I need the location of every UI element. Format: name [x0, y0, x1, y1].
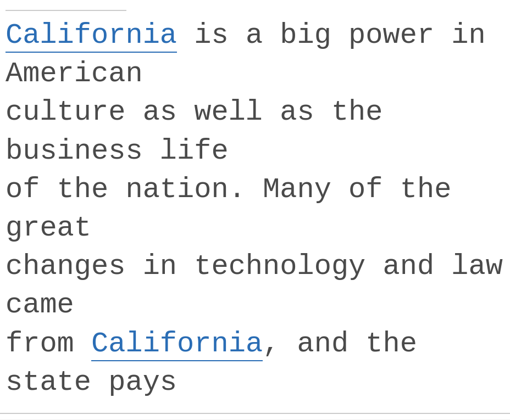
text-line1-rest: is a big power in Americanculture as wel… — [5, 19, 503, 360]
california-link-2[interactable]: California — [91, 328, 263, 361]
california-link[interactable]: California — [5, 19, 177, 53]
main-text-block: California is a big power in Americancul… — [0, 11, 510, 414]
